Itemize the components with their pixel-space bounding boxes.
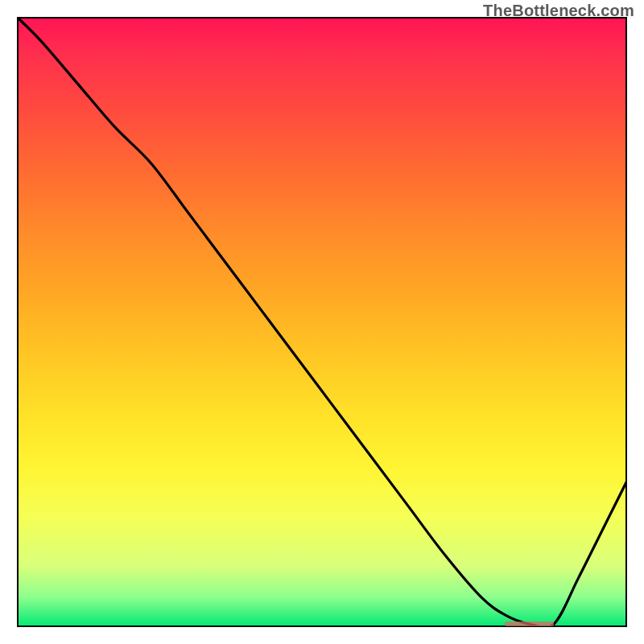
plot-area [17,17,627,627]
chart-stage: TheBottleneck.com [0,0,644,644]
